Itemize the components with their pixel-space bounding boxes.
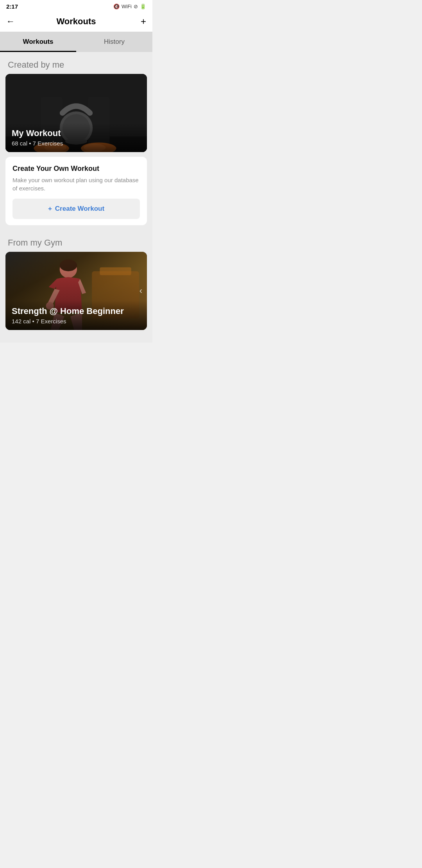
my-workout-info: My Workout 68 cal • 7 Exercises — [5, 123, 147, 152]
my-workout-meta: 68 cal • 7 Exercises — [12, 140, 141, 147]
created-by-me-heading: Created by me — [0, 52, 152, 74]
status-bar: 2:17 🔇 WiFi ⊘ 🔋 — [0, 0, 152, 11]
status-time: 2:17 — [6, 3, 18, 10]
create-card-description: Make your own workout plan using our dat… — [13, 176, 140, 192]
nav-arrow-right[interactable]: ‹ — [139, 286, 142, 296]
my-workout-name: My Workout — [12, 128, 141, 138]
gym-workout-info: Strength @ Home Beginner 142 cal • 7 Exe… — [5, 301, 147, 330]
my-workout-image: My Workout 68 cal • 7 Exercises — [5, 74, 147, 152]
gym-workout-image: Strength @ Home Beginner 142 cal • 7 Exe… — [5, 252, 147, 330]
block-icon: ⊘ — [134, 4, 138, 9]
from-my-gym-heading: From my Gym — [0, 230, 152, 252]
gym-workout-meta: 142 cal • 7 Exercises — [12, 318, 141, 325]
create-workout-label: Create Workout — [55, 205, 104, 213]
my-workout-card[interactable]: My Workout 68 cal • 7 Exercises — [5, 74, 147, 152]
page-title: Workouts — [56, 16, 96, 27]
mute-icon: 🔇 — [113, 4, 120, 9]
back-button[interactable]: ← — [6, 16, 20, 27]
content-area: Created by me — [0, 52, 152, 343]
create-card-title: Create Your Own Workout — [13, 165, 140, 173]
tab-bar: Workouts History — [0, 32, 152, 52]
top-bar: ← Workouts + — [0, 11, 152, 32]
battery-icon: 🔋 — [140, 4, 146, 9]
create-workout-card: Create Your Own Workout Make your own wo… — [5, 157, 147, 225]
gym-workout-card[interactable]: Strength @ Home Beginner 142 cal • 7 Exe… — [5, 252, 147, 330]
wifi-icon: WiFi — [122, 4, 132, 9]
tab-workouts[interactable]: Workouts — [0, 32, 76, 52]
tab-history[interactable]: History — [76, 32, 152, 52]
status-icons: 🔇 WiFi ⊘ 🔋 — [113, 4, 146, 9]
create-icon: + — [48, 205, 52, 213]
add-button[interactable]: + — [132, 16, 146, 27]
gym-workout-name: Strength @ Home Beginner — [12, 306, 141, 316]
create-workout-button[interactable]: + Create Workout — [13, 199, 140, 219]
